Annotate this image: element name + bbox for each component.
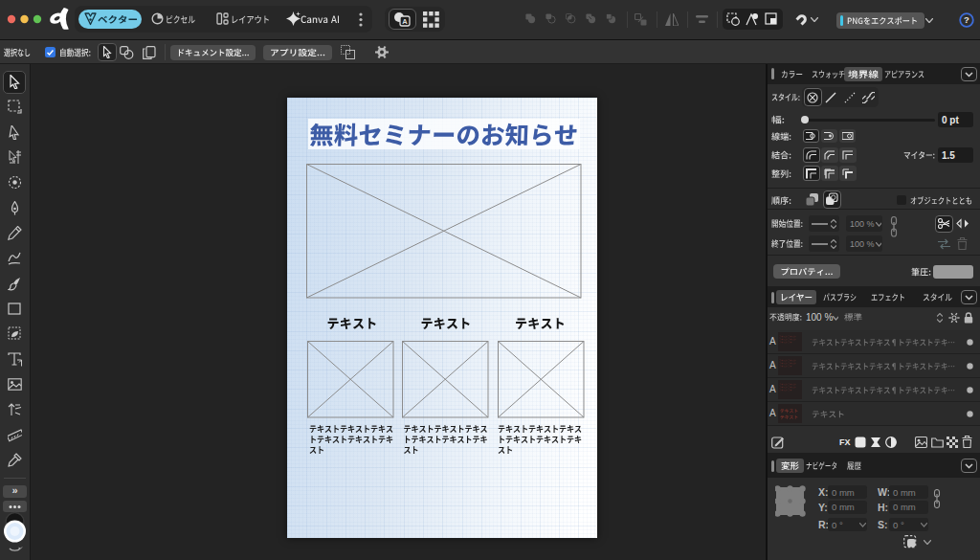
svg-text:?: ? [964,14,969,25]
svg-text:A: A [402,17,408,26]
